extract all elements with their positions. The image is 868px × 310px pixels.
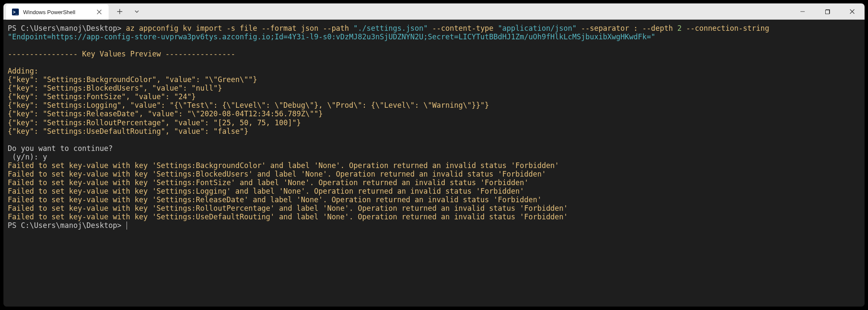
error-line: Failed to set key-value with key 'Settin… (8, 170, 546, 178)
kv-line: {"key": "Settings:ReleaseDate", "value":… (8, 109, 323, 118)
error-line: Failed to set key-value with key 'Settin… (8, 204, 568, 213)
command-text: --connection-string (682, 24, 774, 32)
kv-line: {"key": "Settings:FontSize", "value": "2… (8, 92, 196, 101)
chevron-down-icon (134, 9, 139, 14)
kv-line: {"key": "Settings:UseDefaultRouting", "v… (8, 127, 248, 136)
error-line: Failed to set key-value with key 'Settin… (8, 195, 542, 204)
prompt-line: PS C:\Users\manoj\Desktop> (8, 221, 121, 230)
command-string: "./settings.json" (354, 24, 428, 32)
cursor (127, 221, 127, 230)
terminal-window: >_ Windows PowerShell (3, 3, 865, 307)
kv-line: {"key": "Settings:BackgroundColor", "val… (8, 75, 257, 84)
tab-actions (109, 3, 145, 19)
adding-label: Adding: (8, 67, 38, 75)
continue-question: Do you want to continue? (8, 144, 113, 153)
command-text: --content-type (428, 24, 498, 32)
titlebar[interactable]: >_ Windows PowerShell (3, 3, 865, 20)
minimize-button[interactable] (790, 3, 815, 20)
tab-title: Windows PowerShell (23, 9, 75, 15)
error-line: Failed to set key-value with key 'Settin… (8, 213, 568, 221)
powershell-icon: >_ (12, 9, 19, 15)
tab-powershell[interactable]: >_ Windows PowerShell (6, 4, 109, 20)
error-line: Failed to set key-value with key 'Settin… (8, 161, 559, 170)
minimize-icon (800, 9, 805, 14)
tab-close-button[interactable] (96, 9, 103, 15)
error-line: Failed to set key-value with key 'Settin… (8, 178, 528, 187)
restore-icon (825, 9, 830, 14)
command-string: "application/json" (498, 24, 576, 32)
kv-line: {"key": "Settings:Logging", "value": "{\… (8, 101, 489, 109)
command-text: --separator : --depth (577, 24, 677, 32)
continue-answer: (y/n): y (8, 153, 47, 161)
new-tab-button[interactable] (112, 4, 127, 19)
terminal-content[interactable]: PS C:\Users\manoj\Desktop> az appconfig … (3, 20, 865, 307)
command-string: "Endpoint=https://app-config-store-uvprw… (8, 32, 655, 41)
close-icon (97, 9, 102, 15)
prompt-line: PS C:\Users\manoj\Desktop> (8, 24, 121, 32)
window-close-button[interactable] (840, 3, 865, 20)
command-text: az appconfig kv import -s file --format … (121, 24, 353, 32)
tab-dropdown-button[interactable] (129, 4, 145, 19)
kv-line: {"key": "Settings:RolloutPercentage", "v… (8, 118, 301, 127)
plus-icon (117, 9, 123, 15)
window-controls (790, 3, 865, 19)
command-number: 2 (677, 24, 682, 32)
section-header: ---------------- Key Values Preview ----… (8, 50, 235, 58)
close-icon (850, 9, 855, 14)
restore-button[interactable] (815, 3, 840, 20)
error-line: Failed to set key-value with key 'Settin… (8, 187, 524, 195)
kv-line: {"key": "Settings:BlockedUsers", "value"… (8, 84, 222, 92)
